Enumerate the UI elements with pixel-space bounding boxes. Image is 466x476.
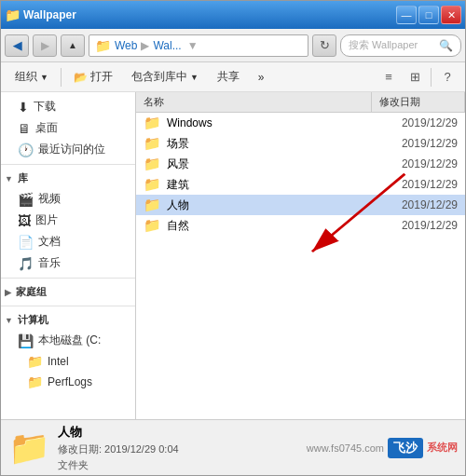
nav-item-desktop-label: 桌面 bbox=[35, 120, 58, 136]
file-name-architecture: 建筑 bbox=[167, 177, 359, 193]
more-button[interactable]: » bbox=[250, 66, 273, 88]
file-name-people: 人物 bbox=[167, 197, 359, 213]
file-row-nature[interactable]: 📁 自然 2019/12/29 bbox=[136, 215, 465, 236]
grid-view-button[interactable]: ⊞ bbox=[403, 66, 427, 88]
minimize-button[interactable]: — bbox=[396, 6, 417, 24]
file-pane: 名称 修改日期 📁 Windows 2019/12/29 📁 场景 2019/1… bbox=[136, 92, 465, 419]
watermark-text: 系统网 bbox=[427, 441, 458, 455]
nav-item-pictures[interactable]: 🖼 图片 bbox=[1, 210, 135, 231]
nav-item-pictures-label: 图片 bbox=[35, 212, 58, 228]
nav-divider-1 bbox=[1, 164, 135, 165]
nav-item-intel[interactable]: 📁 Intel bbox=[1, 351, 135, 372]
architecture-folder-icon: 📁 bbox=[144, 176, 161, 193]
file-date-people: 2019/12/29 bbox=[364, 198, 458, 211]
status-bar: 📁 人物 修改日期: 2019/12/29 0:04 文件夹 www.fs074… bbox=[1, 419, 465, 475]
file-row-people[interactable]: 📁 人物 2019/12/29 bbox=[136, 195, 465, 215]
video-icon: 🎬 bbox=[18, 192, 34, 207]
file-name-scene: 场景 bbox=[167, 136, 359, 152]
main-content: ⬇ 下载 🖥 桌面 🕐 最近访问的位 ▼ 库 bbox=[1, 92, 465, 419]
address-bar: ◀ ▶ ▲ 📁 Web ▶ Wal... ▼ ↻ 搜索 Wallpaper 🔍 bbox=[1, 29, 465, 62]
pictures-icon: 🖼 bbox=[18, 213, 31, 228]
forward-button[interactable]: ▶ bbox=[33, 34, 57, 57]
nav-header-computer[interactable]: ▼ 计算机 bbox=[1, 310, 135, 330]
maximize-button[interactable]: □ bbox=[418, 6, 439, 24]
documents-icon: 📄 bbox=[18, 235, 34, 250]
title-bar-buttons: — □ ✕ bbox=[396, 6, 461, 24]
perflogs-folder-icon: 📁 bbox=[27, 374, 43, 389]
nav-item-localdisk-label: 本地磁盘 (C: bbox=[38, 333, 101, 348]
path-folder-icon: 📁 bbox=[95, 38, 111, 53]
nav-item-recent-label: 最近访问的位 bbox=[38, 142, 105, 157]
nav-header-homegroup[interactable]: ▶ 家庭组 bbox=[1, 282, 135, 302]
search-placeholder: 搜索 Wallpaper bbox=[349, 38, 418, 52]
nav-item-documents-label: 文档 bbox=[38, 234, 61, 250]
nav-item-music-label: 音乐 bbox=[38, 255, 61, 271]
organize-button[interactable]: 组织 ▼ bbox=[7, 66, 57, 88]
col-header-date[interactable]: 修改日期 bbox=[372, 92, 465, 112]
watermark-domain: www.fs0745.com bbox=[307, 442, 384, 454]
details-view-button[interactable]: ≡ bbox=[377, 66, 401, 88]
search-icon: 🔍 bbox=[439, 39, 453, 52]
status-folder-icon: 📁 bbox=[8, 428, 50, 468]
nav-item-recent[interactable]: 🕐 最近访问的位 bbox=[1, 139, 135, 160]
file-name-windows: Windows bbox=[167, 116, 359, 129]
file-row-windows[interactable]: 📁 Windows 2019/12/29 bbox=[136, 113, 465, 133]
nav-divider-3 bbox=[1, 306, 135, 306]
computer-expand-icon: ▼ bbox=[5, 316, 13, 325]
nav-section-computer: ▼ 计算机 💾 本地磁盘 (C: 📁 Intel 📁 PerfLogs bbox=[1, 310, 135, 392]
library-expand-icon: ▼ bbox=[5, 174, 13, 184]
nav-section-homegroup: ▶ 家庭组 bbox=[1, 282, 135, 302]
path-bar[interactable]: 📁 Web ▶ Wal... ▼ bbox=[89, 34, 308, 57]
toolbar-separator-2 bbox=[431, 68, 432, 87]
search-bar[interactable]: 搜索 Wallpaper 🔍 bbox=[340, 34, 461, 57]
nature-folder-icon: 📁 bbox=[144, 217, 161, 234]
toolbar-separator-1 bbox=[61, 68, 62, 87]
nav-item-downloads[interactable]: ⬇ 下载 bbox=[1, 96, 135, 117]
nav-item-video-label: 视频 bbox=[38, 191, 61, 207]
col-header-name[interactable]: 名称 bbox=[136, 92, 372, 112]
file-name-nature: 自然 bbox=[167, 218, 359, 234]
nav-item-documents[interactable]: 📄 文档 bbox=[1, 231, 135, 252]
nav-item-perflogs[interactable]: 📁 PerfLogs bbox=[1, 372, 135, 392]
organize-dropdown-icon: ▼ bbox=[40, 73, 48, 82]
watermark-logo: 飞沙 bbox=[388, 438, 423, 458]
refresh-button[interactable]: ↻ bbox=[312, 34, 336, 57]
status-type: 文件夹 bbox=[58, 458, 179, 472]
file-date-landscape: 2019/12/29 bbox=[364, 157, 458, 170]
open-icon: 📂 bbox=[74, 71, 88, 84]
include-library-button[interactable]: 包含到库中 ▼ bbox=[123, 66, 207, 88]
desktop-icon: 🖥 bbox=[18, 121, 31, 136]
file-row-architecture[interactable]: 📁 建筑 2019/12/29 bbox=[136, 174, 465, 195]
file-date-nature: 2019/12/29 bbox=[364, 219, 458, 232]
back-button[interactable]: ◀ bbox=[5, 34, 29, 57]
nav-header-computer-label: 计算机 bbox=[18, 313, 48, 327]
landscape-folder-icon: 📁 bbox=[144, 156, 161, 172]
share-button[interactable]: 共享 bbox=[209, 66, 248, 88]
nav-item-localdisk[interactable]: 💾 本地磁盘 (C: bbox=[1, 330, 135, 351]
localdisk-icon: 💾 bbox=[18, 333, 34, 348]
nav-divider-2 bbox=[1, 278, 135, 279]
nav-pane: ⬇ 下载 🖥 桌面 🕐 最近访问的位 ▼ 库 bbox=[1, 92, 136, 419]
help-button[interactable]: ? bbox=[435, 66, 459, 88]
up-button[interactable]: ▲ bbox=[61, 34, 85, 57]
file-pane-wrapper: 名称 修改日期 📁 Windows 2019/12/29 📁 场景 2019/1… bbox=[136, 92, 465, 419]
intel-folder-icon: 📁 bbox=[27, 354, 43, 369]
nav-item-music[interactable]: 🎵 音乐 bbox=[1, 252, 135, 274]
nav-item-desktop[interactable]: 🖥 桌面 bbox=[1, 117, 135, 139]
toolbar: 组织 ▼ 📂 打开 包含到库中 ▼ 共享 » ≡ ⊞ ? bbox=[1, 62, 465, 92]
close-button[interactable]: ✕ bbox=[441, 6, 461, 24]
file-date-architecture: 2019/12/29 bbox=[364, 178, 458, 191]
window-title: Wallpaper bbox=[23, 8, 396, 21]
nav-header-library-label: 库 bbox=[18, 171, 28, 185]
nav-section-favorites: ⬇ 下载 🖥 桌面 🕐 最近访问的位 bbox=[1, 96, 135, 160]
nav-item-video[interactable]: 🎬 视频 bbox=[1, 188, 135, 210]
file-list-header: 名称 修改日期 bbox=[136, 92, 465, 113]
file-row-landscape[interactable]: 📁 风景 2019/12/29 bbox=[136, 154, 465, 174]
status-info: 人物 修改日期: 2019/12/29 0:04 文件夹 bbox=[58, 424, 179, 472]
nav-header-library[interactable]: ▼ 库 bbox=[1, 169, 135, 188]
open-button[interactable]: 📂 打开 bbox=[65, 66, 121, 88]
path-wal: Wal... bbox=[153, 39, 181, 52]
scene-folder-icon: 📁 bbox=[144, 135, 161, 152]
file-row-scene[interactable]: 📁 场景 2019/12/29 bbox=[136, 133, 465, 154]
homegroup-expand-icon: ▶ bbox=[5, 288, 11, 297]
